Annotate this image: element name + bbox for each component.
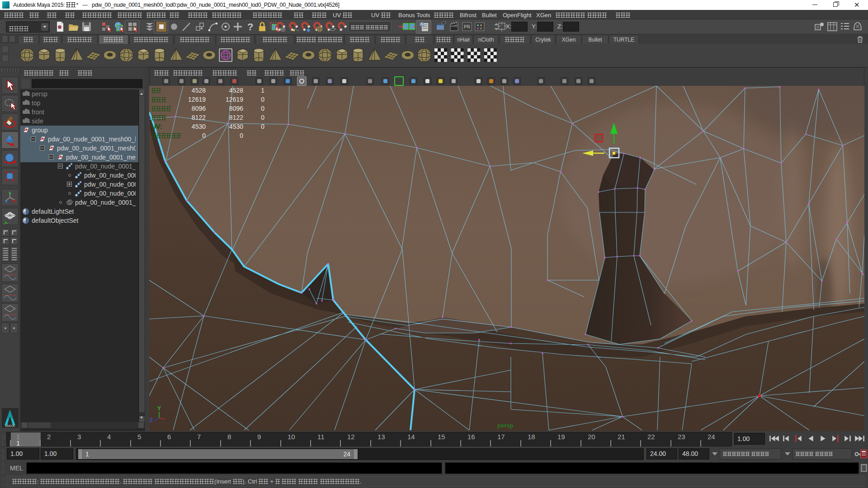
svg-text:PR: PR <box>464 24 470 29</box>
svg-text:?: ? <box>247 21 253 33</box>
svg-text:Z: Z <box>150 417 153 423</box>
svg-text:MAYA: MAYA <box>5 424 15 428</box>
svg-text:Y: Y <box>157 405 161 412</box>
svg-text:persp: persp <box>497 422 513 429</box>
